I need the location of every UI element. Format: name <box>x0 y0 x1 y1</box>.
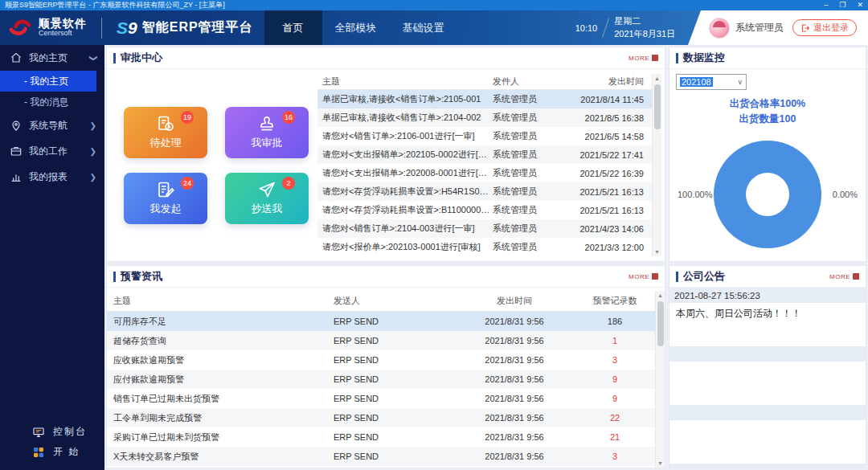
panel-accent <box>676 272 678 282</box>
announcement-text[interactable] <box>669 362 866 405</box>
user-name: 系统管理员 <box>735 21 784 35</box>
cell-alert-count: 9 <box>575 394 655 403</box>
table-row[interactable]: 请您对<存货浮动耗损率设置>:H54R1S006002进行[审核]系统管理员20… <box>317 182 652 201</box>
cell-time: 2021/5/21 16:13 <box>565 187 652 197</box>
table-row[interactable]: 工令单到期未完成预警ERP SEND2021/8/31 9:5622 <box>107 408 655 427</box>
sidebar-footer-开始[interactable]: 开 始 <box>32 445 104 459</box>
cell-subject: 单据已审核,请接收<销售订单>:2105-001 <box>317 93 493 105</box>
scroll-up-icon[interactable]: ▲ <box>654 74 660 83</box>
clock-date: 2021年8月31日 <box>614 28 675 40</box>
sidebar-item-系统导航[interactable]: 系统导航❯ <box>0 112 104 138</box>
user-avatar[interactable] <box>709 18 730 39</box>
scroll-down-icon[interactable]: ▼ <box>657 459 663 468</box>
alerts-scrollbar[interactable]: ▲ ▼ <box>655 291 665 468</box>
cell-sender: 系统管理员 <box>493 149 565 161</box>
table-row[interactable]: 请您对<销售订单>:2106-001进行[一审]系统管理员2021/6/5 14… <box>317 127 652 145</box>
tile-label: 抄送我 <box>252 202 283 216</box>
alerts-more-button[interactable]: MORE <box>628 273 658 280</box>
table-row[interactable]: 超储存货查询ERP SEND2021/8/31 9:561 <box>107 331 655 350</box>
cell-subject: 超储存货查询 <box>107 335 334 347</box>
chevron-down-icon: ∨ <box>737 78 743 86</box>
table-row[interactable]: 可用库存不足ERP SEND2021/8/31 9:56186 <box>107 312 655 331</box>
cell-sender: 系统管理员 <box>493 130 565 142</box>
cell-subject: 单据已审核,请接收<销售订单>:2104-002 <box>317 112 493 124</box>
draft-icon <box>156 180 175 199</box>
brand-divider <box>101 18 102 39</box>
cell-time: 2021/8/31 9:56 <box>454 432 575 442</box>
scroll-up-icon[interactable]: ▲ <box>657 291 663 300</box>
column-header: 主题 <box>107 295 334 307</box>
approval-scrollbar[interactable]: ▲ ▼ <box>652 74 661 256</box>
scroll-down-icon[interactable]: ▼ <box>654 247 660 256</box>
main-nav: 首页全部模块基础设置 <box>264 10 457 45</box>
table-row[interactable]: 采购订单已过期未到货预警ERP SEND2021/8/31 9:5621 <box>107 427 655 447</box>
cell-time: 2021/5/22 17:41 <box>565 150 652 160</box>
table-row[interactable]: 请您对<报价单>:202103-0001进行[审核]系统管理员2021/3/3 … <box>317 238 652 256</box>
announcements-more-button[interactable]: MORE <box>829 273 859 280</box>
approval-more-button[interactable]: MORE <box>628 55 658 62</box>
donut-label-left: 100.00% <box>678 190 712 199</box>
sidebar-subitem-我的消息[interactable]: - 我的消息 <box>0 92 96 112</box>
cell-subject: 请您对<支出报销单>:202008-0001进行[审核] <box>317 167 493 179</box>
nav-tab-首页[interactable]: 首页 <box>264 10 322 45</box>
nav-tab-基础设置[interactable]: 基础设置 <box>390 10 457 45</box>
table-row[interactable]: 请您对<销售订单>:2104-003进行[一审]系统管理员2021/4/23 1… <box>317 219 652 238</box>
sidebar-item-label: 我的报表 <box>29 170 68 184</box>
cell-subject: 请您对<销售订单>:2106-001进行[一审] <box>317 130 493 142</box>
chart-icon <box>10 170 23 183</box>
announcement-date: 2021-08-27 15:56:23 <box>669 288 866 303</box>
scroll-thumb[interactable] <box>654 84 661 129</box>
sidebar-menu: 我的主页❯- 我的主页- 我的消息系统导航❯我的工作❯我的报表❯ <box>0 45 104 190</box>
table-row[interactable]: 应收账款逾期预警ERP SEND2021/8/31 9:563 <box>107 350 655 370</box>
tile-抄送我[interactable]: 抄送我2 <box>225 173 309 224</box>
cell-time: 2021/3/3 12:00 <box>565 243 652 252</box>
minimize-icon[interactable]: – <box>824 0 828 10</box>
logout-button[interactable]: 退出登录 <box>792 19 857 36</box>
scroll-thumb[interactable] <box>657 301 664 346</box>
cell-sender: ERP SEND <box>334 317 454 326</box>
cell-time: 2021/8/14 11:45 <box>565 95 652 104</box>
cell-time: 2021/8/31 9:56 <box>454 336 575 345</box>
brand-name: 顺景软件 <box>39 18 87 30</box>
cell-subject: 请您对<报价单>:202103-0001进行[审核] <box>317 241 493 253</box>
table-row[interactable]: 请您对<支出报销单>:202008-0001进行[审核]系统管理员2021/5/… <box>317 164 652 182</box>
sidebar-footer-控制台[interactable]: 控制台 <box>32 425 104 439</box>
sidebar-subitem-我的主页[interactable]: - 我的主页 <box>0 71 96 92</box>
chevron-right-icon: ❯ <box>90 121 96 130</box>
tile-我审批[interactable]: 我审批16 <box>225 107 309 158</box>
cell-time: 2021/8/31 9:56 <box>454 413 575 423</box>
table-row[interactable]: X天未转交易客户预警ERP SEND2021/8/31 9:563 <box>107 447 655 466</box>
brand: 顺景软件 Centersoft S9 智能ERP管理平台 <box>0 10 253 45</box>
count-badge: 2 <box>282 177 295 190</box>
table-row[interactable]: 请您对<支出报销单>:202105-0002进行[审核]系统管理员2021/5/… <box>317 145 652 164</box>
approval-center-panel: 审批中心 MORE 待处理19我审批16我发起24抄送我2 主题发件人发出时间 … <box>106 47 665 262</box>
chart-title: 出货合格率100% 出货数量100 <box>676 96 859 127</box>
more-icon <box>652 273 658 280</box>
announcement-text[interactable] <box>669 420 866 464</box>
announcement-text[interactable]: 本周六、周日公司活动！！！ <box>669 303 866 346</box>
sidebar-item-label: 我的主页 <box>29 51 68 65</box>
table-row[interactable]: 单据已审核,请接收<销售订单>:2104-002系统管理员2021/8/5 16… <box>317 108 652 127</box>
chart-legend: 合格数量 100 (100.00%)退货数量 0 (0.00%) <box>676 257 859 262</box>
sidebar-item-我的工作[interactable]: 我的工作❯ <box>0 138 104 164</box>
cell-subject: 工令单到期未完成预警 <box>107 412 334 424</box>
table-row[interactable]: 单据已审核,请接收<销售订单>:2105-001系统管理员2021/8/14 1… <box>317 90 652 108</box>
tile-我发起[interactable]: 我发起24 <box>124 173 207 224</box>
briefcase-icon <box>10 145 23 157</box>
maximize-icon[interactable]: ❐ <box>839 0 845 10</box>
tile-待处理[interactable]: 待处理19 <box>124 107 207 158</box>
table-row[interactable]: 应付账款逾期预警ERP SEND2021/8/31 9:569 <box>107 370 655 389</box>
sidebar-item-我的报表[interactable]: 我的报表❯ <box>0 164 104 190</box>
cell-time: 2021/6/5 14:58 <box>565 132 652 141</box>
product-badge: S9 <box>117 18 137 38</box>
sidebar-item-我的主页[interactable]: 我的主页❯ <box>0 45 104 71</box>
nav-tab-全部模块[interactable]: 全部模块 <box>322 10 390 45</box>
period-select[interactable]: 202108 ∨ <box>676 74 747 90</box>
more-icon <box>652 55 658 61</box>
table-row[interactable]: 请您对<存货浮动耗损率设置>:B11000001进行[审核]系统管理员2021/… <box>317 201 652 219</box>
cell-sender: 系统管理员 <box>493 223 565 235</box>
table-row[interactable]: 销售订单已过期未出货预警ERP SEND2021/8/31 9:569 <box>107 389 655 408</box>
product-name: 智能ERP管理平台 <box>142 19 253 36</box>
column-header: 发出时间 <box>454 295 575 307</box>
close-icon[interactable]: ✕ <box>857 0 863 10</box>
